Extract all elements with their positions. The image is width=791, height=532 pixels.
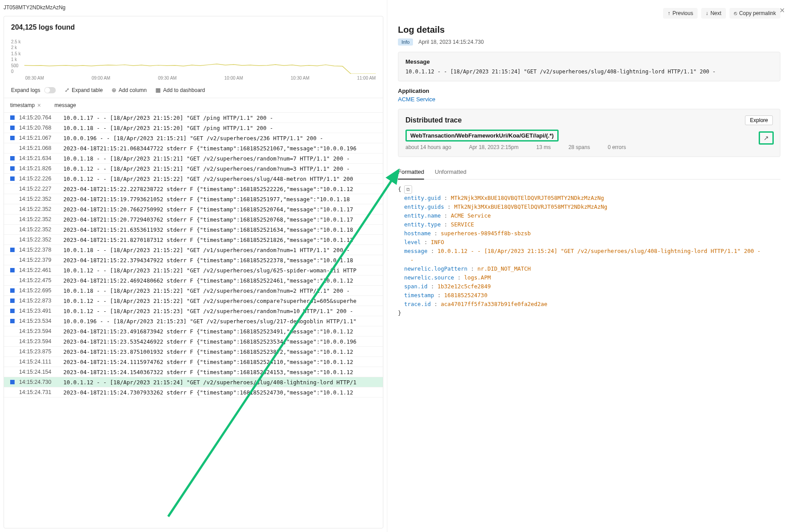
next-button[interactable]: ↓Next [701, 8, 726, 19]
explore-button[interactable]: Explore [745, 115, 773, 125]
log-message-cell: 2023-04-18T21:15:24.7307933262 stderr F … [63, 389, 353, 396]
log-timestamp-cell: 14:15:20.768 [19, 125, 63, 131]
log-row[interactable]: 14:15:22.3522023-04-18T21:15:21.82701873… [4, 235, 383, 245]
log-message-cell: 10.0.1.12 - - [18/Apr/2023 21:15:21] "GE… [63, 165, 350, 172]
log-timestamp-cell: 14:15:23.594 [19, 338, 63, 344]
log-row[interactable]: 14:15:23.5942023-04-18T21:15:23.49168739… [4, 326, 383, 337]
log-row[interactable]: 14:15:22.3522023-04-18T21:15:19.77936210… [4, 194, 383, 204]
log-row[interactable]: 14:15:20.76410.0.1.17 - - [18/Apr/2023 2… [4, 113, 383, 123]
log-row[interactable]: 14:15:21.06710.0.0.196 - - [18/Apr/2023 … [4, 133, 383, 143]
log-level-indicator [10, 237, 15, 242]
log-row[interactable]: 14:15:24.1542023-04-18T21:15:24.15403673… [4, 367, 383, 377]
log-timestamp-cell: 14:15:22.352 [19, 206, 63, 212]
log-message-cell: 10.0.1.12 - - [18/Apr/2023 21:15:23] "GE… [63, 308, 353, 314]
json-field[interactable]: newrelic.source : logs.APM [398, 273, 780, 282]
json-field[interactable]: span.id : 1b32e12c5cfe2849 [398, 282, 780, 291]
log-level-indicator [10, 329, 15, 333]
json-block: {⧉ entity.guid : MTk2Njk3MXxBUE18QVBQTEl… [398, 183, 780, 319]
log-timestamp-cell: 14:15:24.111 [19, 359, 63, 365]
log-row[interactable]: 14:15:24.7312023-04-18T21:15:24.73079332… [4, 387, 383, 398]
log-level-indicator [10, 360, 15, 364]
log-row[interactable]: 14:15:22.87310.0.1.12 - - [18/Apr/2023 2… [4, 296, 383, 306]
close-panel-icon[interactable]: × [779, 5, 785, 15]
log-level-indicator [10, 339, 15, 344]
open-trace-icon[interactable]: ↗ [759, 131, 774, 145]
tab-unformatted[interactable]: Unformatted [435, 165, 467, 179]
log-level-indicator [10, 258, 15, 262]
log-level-indicator [10, 166, 15, 171]
log-row[interactable]: 14:15:22.2272023-04-18T21:15:22.22782387… [4, 184, 383, 194]
next-label: Next [710, 10, 722, 16]
log-row[interactable]: 14:15:22.3792023-04-18T21:15:22.37943479… [4, 255, 383, 265]
log-row[interactable]: 14:15:22.37810.0.1.18 - - [18/Apr/2023 2… [4, 245, 383, 255]
log-row[interactable]: 14:15:23.53410.0.0.196 - - [18/Apr/2023 … [4, 316, 383, 326]
json-field[interactable]: hostname : superheroes-98945ff8b-sbzsb [398, 229, 780, 238]
copy-json-icon[interactable]: ⧉ [404, 185, 412, 194]
json-field[interactable]: newrelic.logPattern : nr.DID_NOT_MATCH [398, 264, 780, 273]
column-header-timestamp[interactable]: timestamp [10, 102, 35, 108]
dashboard-icon: ▦ [155, 87, 161, 93]
json-field[interactable]: entity.guid : MTk2Njk3MXxBUE18QVBQTElDQV… [398, 194, 780, 203]
add-to-dashboard-button[interactable]: ▦ Add to dashboard [155, 87, 205, 93]
log-row[interactable]: 14:15:20.76810.0.1.18 - - [18/Apr/2023 2… [4, 123, 383, 133]
logs-volume-chart: 2.5 k2 k1.5 k1 k5000 08:30 AM09:00 AM09:… [4, 38, 383, 82]
remove-column-icon[interactable]: × [37, 102, 41, 109]
log-row[interactable]: 14:15:22.22610.0.1.12 - - [18/Apr/2023 2… [4, 174, 383, 184]
json-field[interactable]: entity.guids : MTk2Njk3MXxBUE18QVBQTElDQ… [398, 203, 780, 211]
log-message-cell: 2023-04-18T21:15:23.8751001932 stderr F … [63, 348, 353, 355]
previous-button[interactable]: ↑Previous [663, 8, 698, 19]
log-timestamp-cell: 14:15:22.378 [19, 247, 63, 253]
application-heading: Application [398, 88, 780, 94]
log-timestamp-cell: 14:15:23.875 [19, 348, 63, 355]
log-level-indicator [10, 380, 15, 384]
log-timestamp-cell: 14:15:24.154 [19, 369, 63, 375]
column-header-message[interactable]: message [54, 102, 377, 108]
trace-age: about 14 hours ago [405, 144, 451, 150]
log-level-indicator [10, 136, 15, 140]
log-timestamp-cell: 14:15:23.594 [19, 328, 63, 334]
log-message-cell: 2023-04-18T21:15:21.6353611932 stderr F … [63, 226, 353, 233]
trace-heading: Distributed trace [405, 116, 462, 124]
log-message-cell: 10.0.1.12 - - [18/Apr/2023 21:15:22] "GE… [63, 176, 353, 182]
json-field[interactable]: trace.id : aca47017ff5f7a3387b91fe0fa2ed… [398, 300, 780, 309]
application-link[interactable]: ACME Service [398, 96, 436, 103]
json-field[interactable]: timestamp : 1681852524730 [398, 291, 780, 300]
distributed-trace-section: Distributed trace Explore WebTransaction… [398, 109, 780, 157]
log-message-cell: 10.0.0.196 - - [18/Apr/2023 21:15:21] "G… [63, 135, 323, 142]
expand-table-button[interactable]: ⤢ Expand table [65, 87, 103, 93]
log-timestamp-cell: 14:15:21.068 [19, 145, 63, 151]
trace-name-highlight[interactable]: WebTransaction/WebFrameworkUri/Koa/GET//… [405, 130, 559, 142]
results-count: 204,125 logs found [4, 16, 383, 38]
json-field[interactable]: message : 10.0.1.12 - - [18/Apr/2023 21:… [398, 247, 780, 256]
message-heading: Message [405, 58, 773, 65]
log-row[interactable]: 14:15:22.69510.0.1.18 - - [18/Apr/2023 2… [4, 286, 383, 296]
link-icon: ⎋ [734, 10, 737, 16]
log-row[interactable]: 14:15:23.8752023-04-18T21:15:23.87510019… [4, 347, 383, 357]
json-field[interactable]: level : INFO [398, 238, 780, 247]
expand-logs-toggle[interactable]: Expand logs [11, 87, 56, 93]
log-row[interactable]: 14:15:22.3522023-04-18T21:15:20.77294037… [4, 214, 383, 225]
log-row[interactable]: 14:15:23.5942023-04-18T21:15:23.53542469… [4, 337, 383, 347]
log-level-indicator [10, 207, 15, 211]
log-row[interactable]: 14:15:21.0682023-04-18T21:15:21.06834477… [4, 143, 383, 153]
copy-permalink-button[interactable]: ⎋Copy permalink [729, 8, 780, 19]
log-level-indicator [10, 217, 15, 222]
log-timestamp: April 18, 2023 14:15:24.730 [418, 39, 483, 45]
log-row[interactable]: 14:15:22.3522023-04-18T21:15:21.63536119… [4, 225, 383, 235]
json-field[interactable]: entity.type : SERVICE [398, 220, 780, 229]
log-row[interactable]: 14:15:24.73010.0.1.12 - - [18/Apr/2023 2… [4, 377, 383, 387]
log-row[interactable]: 14:15:24.1112023-04-18T21:15:24.11159747… [4, 357, 383, 367]
log-message-cell: 2023-04-18T21:15:21.0683447722 stderr F … [63, 145, 356, 152]
log-timestamp-cell: 14:15:22.352 [19, 216, 63, 222]
log-row[interactable]: 14:15:21.63410.0.1.18 - - [18/Apr/2023 2… [4, 153, 383, 164]
log-row[interactable]: 14:15:21.82610.0.1.12 - - [18/Apr/2023 2… [4, 164, 383, 174]
json-field[interactable]: entity.name : ACME Service [398, 211, 780, 220]
log-timestamp-cell: 14:15:22.227 [19, 186, 63, 192]
add-column-button[interactable]: ⊕ Add column [112, 87, 147, 93]
log-row[interactable]: 14:15:23.49110.0.1.12 - - [18/Apr/2023 2… [4, 306, 383, 316]
log-row[interactable]: 14:15:22.3522023-04-18T21:15:20.76627509… [4, 204, 383, 214]
log-level-indicator [10, 268, 15, 272]
log-row[interactable]: 14:15:22.4752023-04-18T21:15:22.46924806… [4, 276, 383, 286]
tab-formatted[interactable]: Formatted [398, 165, 424, 180]
log-row[interactable]: 14:15:22.46110.0.1.12 - - [18/Apr/2023 2… [4, 265, 383, 276]
